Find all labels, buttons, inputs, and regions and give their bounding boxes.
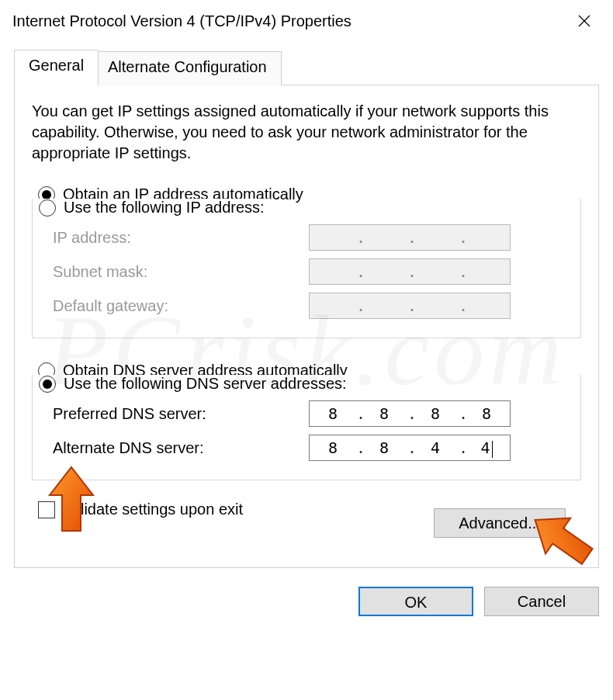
ip-address-label: IP address:	[53, 229, 309, 247]
advanced-button[interactable]: Advanced...	[434, 508, 566, 538]
row-ip-address: IP address: . . .	[43, 224, 570, 251]
tab-strip: General Alternate Configuration	[14, 50, 599, 85]
row-subnet: Subnet mask: . . .	[43, 258, 570, 285]
gateway-input: . . .	[309, 293, 511, 319]
alternate-dns-label: Alternate DNS server:	[53, 439, 309, 457]
radio-ip-manual[interactable]: Use the following IP address:	[39, 199, 271, 217]
titlebar: Internet Protocol Version 4 (TCP/IPv4) P…	[0, 0, 613, 42]
ok-button[interactable]: OK	[358, 587, 473, 616]
dns-group: Use the following DNS server addresses: …	[32, 375, 581, 480]
radio-dns-manual[interactable]: Use the following DNS server addresses:	[39, 375, 353, 393]
validate-label: Validate settings upon exit	[63, 501, 243, 518]
checkbox-icon	[38, 501, 55, 518]
alternate-dns-input[interactable]: 8. 8. 4. 4	[309, 435, 511, 461]
subnet-label: Subnet mask:	[53, 263, 309, 281]
alt-dns-last[interactable]: 4	[463, 435, 510, 460]
preferred-dns-label: Preferred DNS server:	[53, 405, 309, 423]
subnet-input: . . .	[309, 258, 511, 285]
radio-dns-manual-label: Use the following DNS server addresses:	[64, 375, 347, 393]
close-icon	[578, 15, 590, 27]
preferred-dns-input[interactable]: 8. 8. 8. 8	[309, 400, 511, 427]
window-title: Internet Protocol Version 4 (TCP/IPv4) P…	[12, 12, 563, 30]
text-caret	[492, 441, 493, 458]
row-alternate-dns: Alternate DNS server: 8. 8. 4. 4	[43, 435, 570, 461]
tab-alternate[interactable]: Alternate Configuration	[93, 51, 282, 85]
gateway-label: Default gateway:	[53, 297, 309, 315]
radio-ip-manual-label: Use the following IP address:	[64, 199, 265, 217]
radio-icon	[39, 376, 56, 393]
cancel-button[interactable]: Cancel	[484, 587, 599, 616]
tab-alternate-label: Alternate Configuration	[108, 58, 267, 75]
row-gateway: Default gateway: . . .	[43, 293, 570, 319]
ip-address-input: . . .	[309, 224, 511, 251]
intro-text: You can get IP settings assigned automat…	[32, 101, 581, 164]
bottom-row: Validate settings upon exit Advanced...	[32, 501, 581, 550]
row-preferred-dns: Preferred DNS server: 8. 8. 8. 8	[43, 400, 570, 427]
tab-general-label: General	[29, 57, 84, 74]
tab-content: You can get IP settings assigned automat…	[14, 85, 599, 568]
tab-general[interactable]: General	[14, 50, 99, 86]
radio-icon	[39, 199, 56, 217]
close-button[interactable]	[563, 0, 605, 42]
dialog-buttons: OK Cancel	[0, 587, 599, 616]
ip-group: Use the following IP address: IP address…	[32, 199, 581, 338]
